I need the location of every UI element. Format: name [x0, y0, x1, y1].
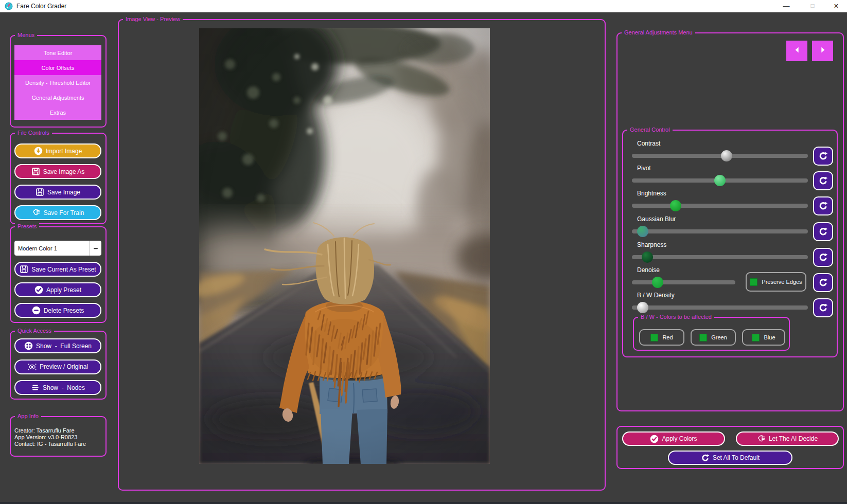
reset-icon [818, 253, 828, 262]
window-title: Fare Color Grader [16, 0, 66, 12]
slider-track-sharpness[interactable] [632, 255, 808, 259]
bw-colors-group-label: B / W - Colors to be affected [638, 313, 714, 321]
slider-knob-pivot[interactable] [714, 175, 726, 186]
preview-original-button[interactable]: Preview / Original [14, 359, 101, 374]
reset-icon [818, 151, 828, 161]
next-menu-button[interactable] [812, 41, 833, 61]
slider-knob-brightness[interactable] [670, 200, 681, 211]
reset-b-w-density-button[interactable] [813, 298, 833, 317]
save-for-train-button[interactable]: Save For Train [14, 205, 101, 220]
preset-dropdown[interactable]: Modern Color 1 [14, 241, 101, 256]
slider-knob-gaussian-blur[interactable] [637, 226, 648, 237]
arrow-left-icon [793, 46, 801, 56]
reset-sharpness-button[interactable] [813, 248, 833, 267]
presets-group-label: Presets [15, 223, 39, 230]
show-full-screen-button-label: Show - Full Screen [36, 343, 92, 350]
bw-red-button[interactable]: Red [639, 329, 684, 346]
show-full-screen-button[interactable]: Show - Full Screen [14, 338, 101, 353]
app-info-creator: Creator: Tasarruflu Fare [14, 427, 104, 434]
maximize-button[interactable]: □ [801, 0, 824, 12]
save-image-as-button-label: Save Image As [43, 168, 85, 175]
green-swatch-icon [750, 278, 757, 286]
preserve-edges-label: Preserve Edges [762, 279, 802, 285]
let-the-ai-decide-button[interactable]: Let The AI Decide [736, 431, 839, 446]
green-swatch-icon [650, 334, 658, 341]
slider-knob-denoise[interactable] [652, 277, 663, 288]
save-image-button-label: Save Image [47, 189, 80, 196]
slider-knob-b-w-density[interactable] [637, 302, 648, 313]
slider-label-pivot: Pivot [637, 165, 651, 172]
slider-label-denoise: Denoise [637, 266, 660, 274]
slider-label-brightness: Brightness [637, 190, 666, 197]
prev-menu-button[interactable] [786, 41, 807, 61]
reset-brightness-button[interactable] [813, 196, 833, 215]
reset-icon [701, 454, 710, 462]
fullscreen-icon [24, 341, 33, 350]
bw-green-button[interactable]: Green [691, 329, 736, 346]
reset-icon [818, 303, 828, 313]
menu-item-color-offsets[interactable]: Color Offsets [14, 60, 101, 75]
presets-group: Presets Modern Color 1 Save Current As P… [10, 226, 107, 323]
delete-presets-button[interactable]: Delete Presets [14, 303, 101, 318]
reset-pivot-button[interactable] [813, 171, 833, 190]
app-info-text: Creator: Tasarruflu Fare App Version: v3… [14, 427, 104, 447]
slider-label-b-w-density: B / W Density [637, 292, 675, 299]
set-all-to-default-button[interactable]: Set All To Default [668, 451, 792, 465]
preserve-edges-button[interactable]: Preserve Edges [746, 272, 806, 292]
check-icon [34, 285, 43, 294]
bw-blue-label: Blue [764, 334, 775, 340]
app-info-contact: Contact: IG - Tasarruflu Fare [14, 441, 104, 447]
slider-track-contrast[interactable] [632, 154, 808, 158]
reset-icon [818, 201, 828, 211]
floppy-icon [31, 167, 40, 176]
menu-item-tone-editor[interactable]: Tone Editor [14, 45, 101, 60]
general-control-group: General Control Preserve Edges B / W - C… [622, 130, 838, 357]
preview-original-button-label: Preview / Original [40, 363, 88, 370]
menu-item-extras[interactable]: Extras [14, 105, 101, 120]
import-image-button[interactable]: Import Image [14, 143, 101, 158]
slider-track-gaussian-blur[interactable] [632, 229, 808, 233]
show-nodes-button[interactable]: Show - Nodes [14, 380, 101, 395]
slider-track-b-w-density[interactable] [632, 305, 808, 310]
minimize-button[interactable]: — [774, 0, 798, 12]
save-current-as-preset-button-label: Save Current As Preset [31, 266, 96, 273]
save-image-button[interactable]: Save Image [14, 185, 101, 200]
reset-gaussian-blur-button[interactable] [813, 222, 833, 241]
slider-knob-contrast[interactable] [721, 150, 732, 161]
apply-colors-button[interactable]: Apply Colors [622, 431, 725, 446]
reset-icon [818, 278, 828, 287]
file-controls-group: File Controls Import ImageSave Image AsS… [10, 133, 107, 224]
reset-contrast-button[interactable] [813, 147, 833, 166]
slider-track-denoise[interactable] [632, 280, 735, 284]
import-icon [34, 147, 43, 155]
general-adjustments-group-label: General Adjustments Menu [622, 29, 695, 37]
set-all-to-default-button-label: Set All To Default [713, 454, 760, 461]
bw-colors-group: B / W - Colors to be affected RedGreenBl… [633, 317, 790, 351]
bw-green-label: Green [711, 334, 727, 340]
titlebar: Fare Color Grader — □ × [0, 0, 847, 12]
bw-blue-button[interactable]: Blue [742, 329, 785, 346]
save-image-as-button[interactable]: Save Image As [14, 164, 101, 179]
eye-icon [28, 363, 37, 371]
brain-icon [757, 435, 766, 443]
dropdown-toggle-icon[interactable] [89, 241, 101, 256]
save-current-as-preset-button[interactable]: Save Current As Preset [14, 262, 101, 277]
image-view-group-label: Image View - Preview [123, 15, 183, 23]
apply-preset-button[interactable]: Apply Preset [14, 282, 101, 297]
close-button[interactable]: × [825, 0, 847, 12]
app-info-group-label: App Info [15, 412, 41, 420]
let-the-ai-decide-button-label: Let The AI Decide [769, 435, 818, 442]
slider-track-brightness[interactable] [632, 204, 808, 208]
reset-denoise-button[interactable] [813, 273, 833, 292]
image-view-group: Image View - Preview [118, 19, 606, 491]
actions-group: Apply ColorsLet The AI DecideSet All To … [616, 426, 844, 469]
menu-item-density-threshold-editor[interactable]: Density - Threshold Editor [14, 75, 101, 90]
reset-icon [818, 227, 828, 237]
slider-knob-sharpness[interactable] [642, 251, 653, 263]
menu-item-general-adjustments[interactable]: General Adjustments [14, 90, 101, 105]
minus-icon [32, 306, 41, 315]
app-icon [5, 2, 13, 10]
app-info-group: App Info Creator: Tasarruflu Fare App Ve… [10, 416, 107, 457]
delete-presets-button-label: Delete Presets [44, 307, 84, 314]
floppy-icon [36, 188, 44, 196]
